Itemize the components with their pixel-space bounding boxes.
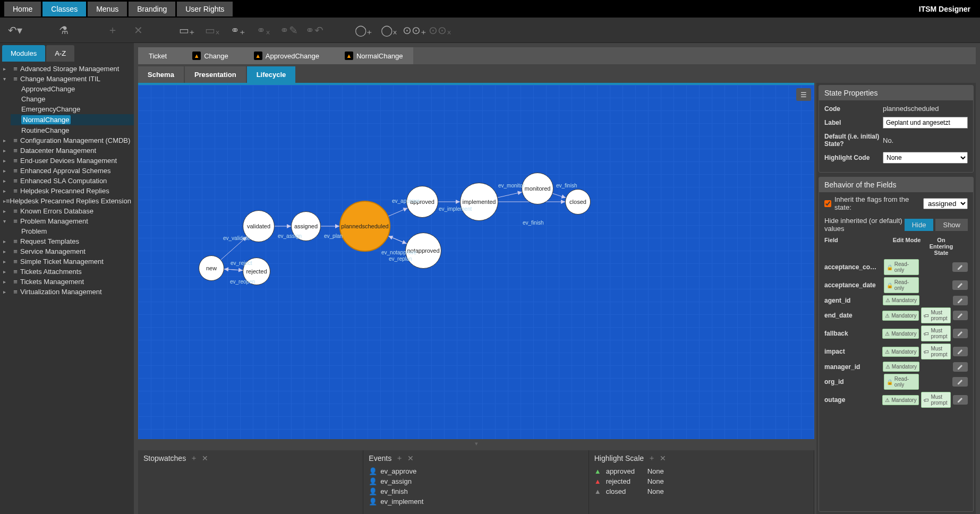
edit-field-button[interactable] xyxy=(953,362,968,372)
link-del-icon[interactable]: ⚭ₓ xyxy=(257,24,270,37)
state-node-implemented[interactable]: implemented xyxy=(460,183,498,221)
lock-icon: 🔒 xyxy=(887,379,893,385)
tree-item[interactable]: ▸≡Advanced Storage Management xyxy=(0,64,134,74)
tab-user-rights[interactable]: User Rights xyxy=(177,2,233,16)
edit-field-button[interactable] xyxy=(953,296,968,305)
highlight-close-icon[interactable]: ✕ xyxy=(660,454,666,462)
tree-item[interactable]: ▸≡Enhanced Approval Schemes xyxy=(0,166,134,176)
edit-mode-badge: ⚠Mandatory xyxy=(882,347,919,357)
tree-subitem[interactable]: Change xyxy=(11,94,134,104)
breadcrumb-item[interactable]: Ticket xyxy=(138,47,177,64)
tree-item[interactable]: ▾≡Change Management ITIL xyxy=(0,74,134,84)
tree-item[interactable]: ▸≡Request Templates xyxy=(0,236,134,246)
link-add-icon[interactable]: ⚭₊ xyxy=(232,24,244,37)
field-name: acceptance_date xyxy=(824,281,882,289)
tree-item[interactable]: ▸≡Simple Ticket Management xyxy=(0,256,134,267)
tree-item[interactable]: ▸≡Known Errors Database xyxy=(0,206,134,216)
tree-item[interactable]: ▸≡Tickets Attachments xyxy=(0,267,134,277)
tab-menus[interactable]: Menus xyxy=(88,2,127,16)
circle-add-icon[interactable]: ◯₊ xyxy=(357,24,370,37)
state-node-plannedscheduled[interactable]: plannedscheduled xyxy=(339,201,390,252)
left-tab-az[interactable]: A-Z xyxy=(46,45,74,62)
highlight-item[interactable]: ▲approvedNone xyxy=(594,466,808,476)
state-node-monitored[interactable]: monitored xyxy=(522,173,553,204)
subtab-presentation[interactable]: Presentation xyxy=(185,66,246,83)
edit-field-button[interactable] xyxy=(953,347,968,356)
tree-subitem[interactable]: EmergencyChange xyxy=(11,104,134,114)
tree-item[interactable]: ▸≡End-user Devices Management xyxy=(0,156,134,166)
edit-field-button[interactable] xyxy=(952,262,968,272)
tree-item[interactable]: ▸≡Configuration Management (CMDB) xyxy=(0,135,134,145)
add-icon[interactable]: ＋ xyxy=(106,24,119,37)
nodes-add-icon[interactable]: ⊙⊙₊ xyxy=(408,24,421,37)
tree-subitem[interactable]: RoutineChange xyxy=(11,125,134,135)
highlight-add-icon[interactable]: ＋ xyxy=(648,453,655,463)
edit-field-button[interactable] xyxy=(953,329,968,338)
panel-events: Events ＋ ✕ 👤ev_approve👤ev_assign👤ev_fini… xyxy=(363,450,589,514)
left-sidebar: Modules A-Z ▸≡Advanced Storage Managemen… xyxy=(0,43,134,514)
state-node-closed[interactable]: closed xyxy=(565,189,591,215)
highlight-code-select[interactable]: None xyxy=(883,152,968,164)
code-value: plannedscheduled xyxy=(883,105,968,113)
flask-icon[interactable]: ⚗ xyxy=(57,24,70,37)
resize-handle[interactable]: ▾ xyxy=(138,439,814,448)
highlight-item[interactable]: ▲closedNone xyxy=(594,486,808,496)
tab-home[interactable]: Home xyxy=(4,2,41,16)
battery-add-icon[interactable]: ▭₊ xyxy=(181,24,193,37)
hide-button[interactable]: Hide xyxy=(905,219,934,231)
lifecycle-canvas[interactable]: ☰ newvalidatedrejectedassignedplannedsch… xyxy=(138,83,814,439)
tree-item[interactable]: ▸≡Virtualization Management xyxy=(0,287,134,297)
event-item[interactable]: 👤ev_assign xyxy=(369,476,583,486)
edit-field-button[interactable] xyxy=(952,280,968,290)
stopwatches-close-icon[interactable]: ✕ xyxy=(202,454,208,462)
subtab-lifecycle[interactable]: Lifecycle xyxy=(247,66,296,83)
edit-field-button[interactable] xyxy=(953,311,968,320)
svg-marker-11 xyxy=(561,200,565,204)
tag-icon: 🏷 xyxy=(924,313,929,319)
tree-item[interactable]: ▸≡Helpdesk Precanned Replies xyxy=(0,186,134,196)
stopwatches-add-icon[interactable]: ＋ xyxy=(190,453,198,463)
tree-subitem[interactable]: NormalChange xyxy=(11,114,134,125)
tree-subitem[interactable]: Problem xyxy=(11,226,134,236)
tab-branding[interactable]: Branding xyxy=(129,2,175,16)
breadcrumb-item[interactable]: ▲ApprovedChange xyxy=(239,47,330,64)
edit-field-button[interactable] xyxy=(952,377,968,387)
edge-label: ev_replan xyxy=(389,256,412,262)
inherit-select[interactable]: assigned xyxy=(923,198,968,209)
edit-field-button[interactable] xyxy=(953,395,968,405)
tree-item[interactable]: ▾≡Problem Management xyxy=(0,216,134,226)
tree-subitem[interactable]: ApprovedChange xyxy=(11,84,134,94)
tree-item[interactable]: ▸≡Datacenter Management xyxy=(0,145,134,156)
link-undo-icon[interactable]: ⚭↶ xyxy=(308,24,321,37)
events-close-icon[interactable]: ✕ xyxy=(407,454,414,462)
undo-icon[interactable]: ↶▾ xyxy=(8,24,21,37)
label-input[interactable] xyxy=(883,117,968,128)
tab-classes[interactable]: Classes xyxy=(42,2,86,16)
state-properties-panel: State Properties Codeplannedscheduled La… xyxy=(819,85,974,173)
delete-icon[interactable]: ✕ xyxy=(132,24,144,37)
inherit-checkbox[interactable] xyxy=(824,200,831,207)
event-item[interactable]: 👤ev_implement xyxy=(369,496,583,507)
tree-item[interactable]: ▸≡Tickets Management xyxy=(0,277,134,287)
battery-del-icon[interactable]: ▭ₓ xyxy=(206,24,219,37)
edit-mode-badge: 🔒Read-only xyxy=(884,277,919,293)
nodes-del-icon[interactable]: ⊙⊙ₓ xyxy=(433,24,446,37)
circle-del-icon[interactable]: ◯ₓ xyxy=(382,24,395,37)
breadcrumb-item[interactable]: ▲NormalChange xyxy=(330,47,413,64)
stack-icon: ≡ xyxy=(11,147,20,155)
event-item[interactable]: 👤ev_finish xyxy=(369,486,583,496)
highlight-item[interactable]: ▲rejectedNone xyxy=(594,476,808,486)
left-tab-modules[interactable]: Modules xyxy=(2,45,45,62)
enter-badge: 🏷Must prompt xyxy=(921,392,951,408)
subtab-schema[interactable]: Schema xyxy=(138,66,184,83)
tree-item[interactable]: ▸≡Helpdesk Precanned Replies Extension xyxy=(0,196,134,206)
link-edit-icon[interactable]: ⚭✎ xyxy=(283,24,295,37)
show-button[interactable]: Show xyxy=(935,219,968,231)
events-add-icon[interactable]: ＋ xyxy=(396,453,403,463)
tree-item[interactable]: ▸≡Service Management xyxy=(0,246,134,256)
event-item[interactable]: 👤ev_approve xyxy=(369,466,583,476)
tree-item[interactable]: ▸≡Enhanced SLA Computation xyxy=(0,176,134,186)
stack-icon: ≡ xyxy=(11,157,20,165)
breadcrumb-item[interactable]: ▲Change xyxy=(177,47,239,64)
state-node-new[interactable]: new xyxy=(199,255,224,281)
